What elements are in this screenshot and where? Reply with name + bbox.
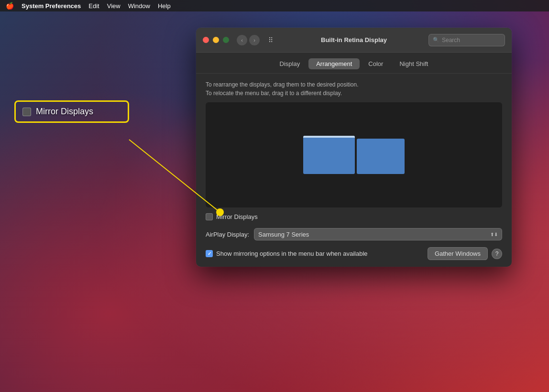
dropdown-arrow-icon: ⬆⬇ <box>490 232 498 237</box>
airplay-selected-value: Samsung 7 Series <box>258 231 309 238</box>
annotation-checkbox-visual <box>22 108 31 116</box>
gather-windows-button[interactable]: Gather Windows <box>428 247 488 260</box>
right-buttons: Gather Windows ? <box>428 247 502 260</box>
search-box[interactable]: 🔍 Search <box>428 34 505 46</box>
content-area: To rearrange the displays, drag them to … <box>196 74 512 267</box>
tab-display[interactable]: Display <box>272 58 308 69</box>
display-monitors <box>303 136 405 174</box>
minimize-button[interactable] <box>213 37 219 43</box>
close-button[interactable] <box>203 37 209 43</box>
window-title: Built-in Retina Display <box>321 36 387 44</box>
airplay-dropdown[interactable]: Samsung 7 Series ⬆⬇ <box>254 228 502 240</box>
forward-button[interactable]: › <box>249 35 260 45</box>
apple-menu[interactable]: 🍎 <box>6 2 14 10</box>
mirror-displays-label: Mirror Displays <box>216 213 258 220</box>
tab-arrangement[interactable]: Arrangement <box>308 58 360 69</box>
monitor-secondary[interactable] <box>357 139 405 174</box>
menubar-window[interactable]: Window <box>128 2 150 10</box>
display-arrangement-area <box>206 102 502 207</box>
airplay-row: AirPlay Display: Samsung 7 Series ⬆⬇ <box>206 228 502 240</box>
window-titlebar: ‹ › ⠿ Built-in Retina Display 🔍 Search <box>196 28 512 53</box>
tab-color[interactable]: Color <box>361 58 391 69</box>
instruction-text: To rearrange the displays, drag them to … <box>206 80 502 98</box>
help-button[interactable]: ? <box>492 249 502 259</box>
mirror-displays-row: Mirror Displays <box>206 212 502 221</box>
instruction-line1: To rearrange the displays, drag them to … <box>206 81 359 88</box>
monitor-primary[interactable] <box>303 136 355 174</box>
menubar-system-preferences[interactable]: System Preferences <box>22 2 81 10</box>
system-preferences-window: ‹ › ⠿ Built-in Retina Display 🔍 Search D… <box>196 28 512 267</box>
search-placeholder: Search <box>442 37 460 44</box>
bottom-options-row: ✓ Show mirroring options in the menu bar… <box>206 247 502 260</box>
mirror-displays-checkbox[interactable] <box>206 213 213 220</box>
show-mirroring-row: ✓ Show mirroring options in the menu bar… <box>206 250 368 257</box>
back-button[interactable]: ‹ <box>237 35 247 45</box>
grid-view-button[interactable]: ⠿ <box>265 35 276 45</box>
show-mirroring-checkbox[interactable]: ✓ <box>206 250 213 257</box>
menubar-help[interactable]: Help <box>158 2 171 10</box>
checkmark-icon: ✓ <box>208 251 211 256</box>
search-icon: 🔍 <box>433 37 439 43</box>
window-content: Display Arrangement Color Night Shift To… <box>196 53 512 267</box>
instruction-line2: To relocate the menu bar, drag it to a d… <box>206 90 342 97</box>
menubar-view[interactable]: View <box>107 2 121 10</box>
tabs-bar: Display Arrangement Color Night Shift <box>196 53 512 74</box>
nav-buttons: ‹ › <box>237 35 260 45</box>
airplay-label: AirPlay Display: <box>206 231 249 238</box>
show-mirroring-label: Show mirroring options in the menu bar w… <box>216 250 368 257</box>
menubar: 🍎 System Preferences Edit View Window He… <box>0 0 549 11</box>
menubar-edit[interactable]: Edit <box>88 2 99 10</box>
maximize-button[interactable] <box>223 37 229 43</box>
tab-night-shift[interactable]: Night Shift <box>392 58 436 69</box>
annotation-mirror-label: Mirror Displays <box>36 107 93 117</box>
annotation-box: Mirror Displays <box>14 100 129 123</box>
